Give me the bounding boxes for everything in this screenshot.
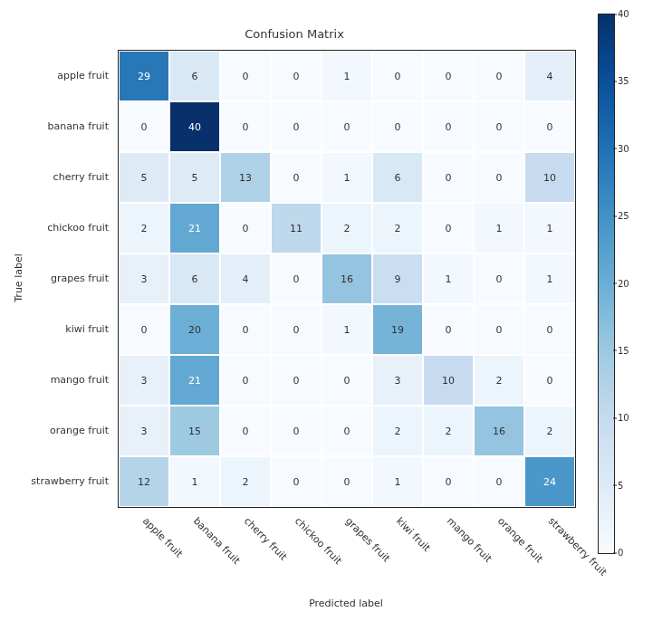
x-tick: mango fruit bbox=[445, 515, 494, 565]
heatmap-cell: 2 bbox=[524, 406, 575, 456]
heatmap-cell: 1 bbox=[423, 253, 474, 304]
heatmap-cell: 1 bbox=[524, 203, 575, 253]
heatmap-cell: 0 bbox=[474, 456, 524, 507]
heatmap-cell: 0 bbox=[423, 51, 474, 101]
heatmap-cell: 0 bbox=[322, 406, 372, 456]
heatmap-cell: 10 bbox=[524, 152, 575, 203]
heatmap-cell: 21 bbox=[169, 355, 220, 406]
heatmap-cell: 0 bbox=[372, 51, 423, 101]
heatmap-cell: 3 bbox=[119, 406, 169, 456]
heatmap-cell: 3 bbox=[119, 253, 169, 304]
heatmap-cell: 0 bbox=[474, 101, 524, 152]
x-tick-labels: apple fruitbanana fruitcherry fruitchick… bbox=[118, 511, 574, 602]
heatmap-cell: 1 bbox=[524, 253, 575, 304]
heatmap-cell: 0 bbox=[322, 355, 372, 406]
colorbar-tick: 5 bbox=[618, 480, 623, 490]
heatmap-cell: 16 bbox=[474, 406, 524, 456]
colorbar-tick: 10 bbox=[618, 413, 629, 423]
heatmap-cell: 0 bbox=[474, 304, 524, 355]
heatmap-cell: 0 bbox=[220, 51, 271, 101]
heatmap-cell: 0 bbox=[220, 355, 271, 406]
x-tick: banana fruit bbox=[191, 515, 243, 567]
heatmap-cell: 40 bbox=[169, 101, 220, 152]
colorbar-tick: 30 bbox=[618, 143, 629, 153]
heatmap-cell: 6 bbox=[169, 51, 220, 101]
heatmap-cell: 19 bbox=[372, 304, 423, 355]
y-tick: chickoo fruit bbox=[0, 202, 114, 253]
heatmap-cell: 0 bbox=[271, 253, 322, 304]
heatmap-cell: 2 bbox=[119, 203, 169, 253]
heatmap-cell: 29 bbox=[119, 51, 169, 101]
x-tick: grapes fruit bbox=[343, 515, 392, 564]
heatmap-cell: 0 bbox=[474, 253, 524, 304]
heatmap-cell: 0 bbox=[372, 101, 423, 152]
colorbar-tick: 0 bbox=[618, 548, 623, 558]
y-tick: orange fruit bbox=[0, 405, 114, 455]
heatmap-cell: 0 bbox=[524, 355, 575, 406]
heatmap-cell: 0 bbox=[271, 51, 322, 101]
heatmap-cell: 4 bbox=[220, 253, 271, 304]
colorbar-tick: 35 bbox=[618, 76, 629, 86]
heatmap-cell: 0 bbox=[220, 203, 271, 253]
heatmap-cell: 2 bbox=[372, 203, 423, 253]
heatmap-cell: 5 bbox=[169, 152, 220, 203]
heatmap-cell: 2 bbox=[474, 355, 524, 406]
y-tick: apple fruit bbox=[0, 50, 114, 100]
heatmap-cell: 1 bbox=[372, 456, 423, 507]
y-tick: mango fruit bbox=[0, 354, 114, 405]
colorbar-ticks: 0510152025303540 bbox=[618, 14, 654, 552]
colorbar-tick: 20 bbox=[618, 278, 629, 288]
y-tick: cherry fruit bbox=[0, 151, 114, 202]
heatmap-cell: 0 bbox=[474, 152, 524, 203]
x-tick: kiwi fruit bbox=[394, 515, 433, 554]
heatmap-cell: 0 bbox=[220, 101, 271, 152]
heatmap-cell: 0 bbox=[271, 456, 322, 507]
heatmap-cell: 0 bbox=[524, 101, 575, 152]
heatmap-cell: 0 bbox=[271, 304, 322, 355]
heatmap-cell: 0 bbox=[119, 304, 169, 355]
heatmap-cell: 0 bbox=[220, 406, 271, 456]
y-tick: banana fruit bbox=[0, 100, 114, 151]
heatmap-cell: 2 bbox=[220, 456, 271, 507]
heatmap-cell: 6 bbox=[372, 152, 423, 203]
x-tick: chickoo fruit bbox=[293, 515, 344, 567]
heatmap-cell: 0 bbox=[271, 152, 322, 203]
x-tick: apple fruit bbox=[140, 515, 185, 559]
heatmap-cell: 9 bbox=[372, 253, 423, 304]
heatmap-cell: 11 bbox=[271, 203, 322, 253]
heatmap-cell: 1 bbox=[322, 51, 372, 101]
heatmap-cell: 0 bbox=[322, 101, 372, 152]
heatmap-cell: 20 bbox=[169, 304, 220, 355]
heatmap-cell: 16 bbox=[322, 253, 372, 304]
heatmap-cell: 21 bbox=[169, 203, 220, 253]
heatmap-cell: 0 bbox=[423, 456, 474, 507]
heatmap-cell: 24 bbox=[524, 456, 575, 507]
heatmap-cell: 0 bbox=[220, 304, 271, 355]
heatmap-cell: 12 bbox=[119, 456, 169, 507]
heatmap-cell: 0 bbox=[474, 51, 524, 101]
heatmap-cell: 1 bbox=[474, 203, 524, 253]
heatmap-cell: 4 bbox=[524, 51, 575, 101]
heatmap-cell: 10 bbox=[423, 355, 474, 406]
heatmap-cell: 2 bbox=[372, 406, 423, 456]
heatmap-cell: 0 bbox=[423, 101, 474, 152]
heatmap-cell: 0 bbox=[271, 355, 322, 406]
y-tick: strawberry fruit bbox=[0, 455, 114, 506]
heatmap-cell: 0 bbox=[271, 406, 322, 456]
heatmap-cell: 1 bbox=[322, 152, 372, 203]
chart-title: Confusion Matrix bbox=[0, 27, 589, 41]
heatmap-cell: 0 bbox=[423, 152, 474, 203]
heatmap-cell: 0 bbox=[322, 456, 372, 507]
heatmap-cell: 15 bbox=[169, 406, 220, 456]
heatmap-grid: 2960010004040000000055130160010221011220… bbox=[118, 50, 576, 508]
heatmap-cell: 13 bbox=[220, 152, 271, 203]
heatmap-cell: 0 bbox=[423, 304, 474, 355]
colorbar-tick: 25 bbox=[618, 211, 629, 221]
heatmap-cell: 0 bbox=[119, 101, 169, 152]
colorbar-tick: 15 bbox=[618, 345, 629, 355]
heatmap-cell: 2 bbox=[423, 406, 474, 456]
y-tick: grapes fruit bbox=[0, 253, 114, 303]
heatmap-cell: 0 bbox=[423, 203, 474, 253]
x-tick: orange fruit bbox=[495, 515, 545, 565]
y-tick: kiwi fruit bbox=[0, 303, 114, 354]
